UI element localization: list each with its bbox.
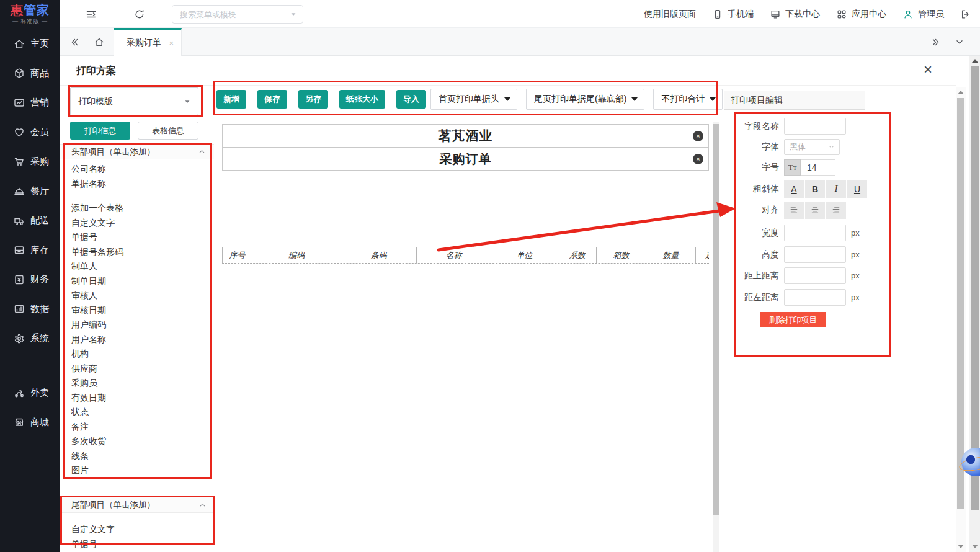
header-item[interactable]: 单据名称 — [60, 177, 214, 192]
table-header-cell[interactable]: 条码 — [341, 247, 417, 263]
preview-doc-title-row[interactable]: 采购订单 × — [222, 147, 709, 171]
panel-scrollbar[interactable] — [956, 87, 966, 552]
sidebar-item-marketing[interactable]: 营销 — [0, 88, 60, 118]
font-size-icon[interactable]: Tт — [784, 159, 801, 176]
sidebar-item-members[interactable]: 会员 — [0, 118, 60, 148]
tabs-scroll-left-icon[interactable] — [69, 37, 80, 48]
search-box[interactable] — [172, 5, 303, 24]
brand-logo[interactable]: 惠管家 — 标准版 — — [0, 0, 60, 29]
height-input[interactable] — [784, 246, 846, 263]
sidebar-item-purchase[interactable]: 采购 — [0, 147, 60, 177]
header-item[interactable]: 单据号条形码 — [60, 245, 214, 260]
header-item[interactable]: 单据号 — [60, 230, 214, 245]
table-info-button[interactable]: 表格信息 — [138, 122, 198, 140]
page-scrollbar-thumb[interactable] — [971, 66, 979, 510]
footer-items-section-header[interactable]: 尾部项目（单击添加） — [60, 497, 215, 513]
delete-print-item-button[interactable]: 删除打印项目 — [760, 312, 826, 327]
tab-close-icon[interactable]: × — [169, 38, 174, 48]
sidebar-item-system[interactable]: 系统 — [0, 324, 60, 354]
toolbar-button[interactable]: 新增 — [216, 90, 246, 109]
left-margin-input[interactable] — [784, 289, 846, 306]
admin-menu[interactable]: 管理员 — [902, 9, 944, 20]
header-item[interactable]: 公司名称 — [60, 162, 214, 177]
header-item[interactable]: 制单人 — [60, 259, 214, 274]
toolbar-button[interactable]: 纸张大小 — [339, 90, 385, 109]
sidebar-item-finance[interactable]: 财务 — [0, 265, 60, 295]
page-scrollbar[interactable] — [969, 56, 980, 552]
tab-purchase-order[interactable]: 采购订单 × — [114, 28, 182, 56]
table-header-cell[interactable]: 单位 — [491, 247, 558, 263]
panel-close-icon[interactable]: × — [924, 61, 932, 78]
sidebar-item-home[interactable]: 主页 — [0, 29, 60, 59]
top-margin-input[interactable] — [784, 267, 846, 284]
chevron-down-icon[interactable] — [289, 10, 298, 19]
tabs-list-icon[interactable] — [954, 37, 965, 48]
scroll-up-arrow[interactable] — [972, 59, 978, 63]
header-item[interactable]: 添加一个表格 — [60, 201, 214, 216]
header-item[interactable]: 图片 — [60, 463, 214, 478]
font-select[interactable]: 黑体 — [784, 139, 840, 155]
mobile-link[interactable]: 手机端 — [712, 9, 754, 20]
footer-item[interactable]: 单据号 — [60, 537, 215, 552]
header-item[interactable]: 机构 — [60, 347, 214, 362]
sidebar-item-takeout[interactable]: 外卖 — [0, 378, 60, 408]
logout-button[interactable] — [960, 9, 971, 20]
panel-scrollbar-thumb[interactable] — [957, 98, 964, 509]
header-item[interactable]: 制单日期 — [60, 274, 214, 289]
legacy-page-link[interactable]: 使用旧版页面 — [644, 9, 696, 20]
toolbar-button[interactable]: 导入 — [396, 90, 426, 109]
header-item[interactable]: 自定义文字 — [60, 216, 214, 231]
sidebar-item-delivery[interactable]: 配送 — [0, 206, 60, 236]
header-item[interactable]: 有效日期 — [60, 391, 214, 406]
bold-button[interactable]: B — [805, 180, 825, 198]
align-center-button[interactable] — [805, 202, 825, 219]
italic-button[interactable]: I — [826, 180, 846, 198]
sidebar-item-mall[interactable]: 商城 — [0, 408, 60, 438]
header-item[interactable]: 状态 — [60, 405, 214, 420]
dropdown-header-print[interactable]: 首页打印单据头 — [430, 89, 517, 110]
print-info-button[interactable]: 打印信息 — [70, 122, 130, 140]
remove-item-icon[interactable]: × — [693, 154, 703, 164]
sidebar-item-products[interactable]: 商品 — [0, 59, 60, 89]
header-item[interactable]: 采购员 — [60, 376, 214, 391]
header-item[interactable]: 备注 — [60, 420, 214, 435]
chevron-up-icon[interactable] — [198, 501, 207, 510]
table-header-cell[interactable]: 名称 — [417, 247, 491, 263]
font-color-button[interactable]: A — [784, 180, 804, 198]
tab-home-icon[interactable] — [94, 37, 105, 48]
dropdown-footer-print[interactable]: 尾页打印单据尾(靠底部) — [526, 89, 644, 110]
scroll-up-arrow[interactable] — [958, 91, 964, 94]
sidebar-item-data[interactable]: 数据 — [0, 295, 60, 324]
table-header-cell[interactable]: 编码 — [252, 247, 341, 263]
header-item[interactable]: 用户名称 — [60, 332, 214, 347]
footer-item[interactable]: 自定义文字 — [60, 522, 215, 537]
scroll-down-arrow[interactable] — [958, 545, 964, 548]
download-center-link[interactable]: 下载中心 — [770, 9, 820, 20]
toolbar-button[interactable]: 保存 — [257, 90, 287, 109]
font-size-value[interactable]: 14 — [801, 159, 835, 176]
toolbar-button[interactable]: 另存 — [298, 90, 328, 109]
underline-button[interactable]: U — [847, 180, 867, 198]
table-header-cell[interactable]: 箱数 — [597, 247, 646, 263]
preview-company-row[interactable]: 茗芃酒业 × — [222, 124, 709, 148]
header-item[interactable]: 多次收货 — [60, 434, 214, 449]
header-item[interactable]: 供应商 — [60, 362, 214, 376]
width-input[interactable] — [784, 225, 846, 241]
tabs-scroll-right-icon[interactable] — [930, 37, 942, 48]
preview-scrollbar[interactable] — [713, 122, 719, 552]
header-item[interactable]: 线条 — [60, 449, 214, 464]
table-header-cell[interactable]: 序号 — [223, 247, 252, 263]
chevron-up-icon[interactable] — [197, 147, 207, 156]
app-center-link[interactable]: 应用中心 — [836, 9, 886, 20]
print-template-select[interactable]: 打印模版 — [70, 87, 198, 115]
remove-item-icon[interactable]: × — [693, 131, 703, 141]
sidebar-item-inventory[interactable]: 库存 — [0, 236, 60, 265]
refresh-icon[interactable] — [133, 8, 146, 20]
preview-scrollbar-thumb[interactable] — [713, 124, 719, 515]
sidebar-item-restaurant[interactable]: 餐厅 — [0, 177, 60, 207]
search-input[interactable] — [180, 10, 289, 19]
table-header-cell[interactable]: 送 — [696, 247, 709, 263]
table-header-cell[interactable]: 系数 — [558, 247, 597, 263]
header-item[interactable]: 用户编码 — [60, 318, 214, 332]
align-right-button[interactable] — [826, 202, 846, 219]
